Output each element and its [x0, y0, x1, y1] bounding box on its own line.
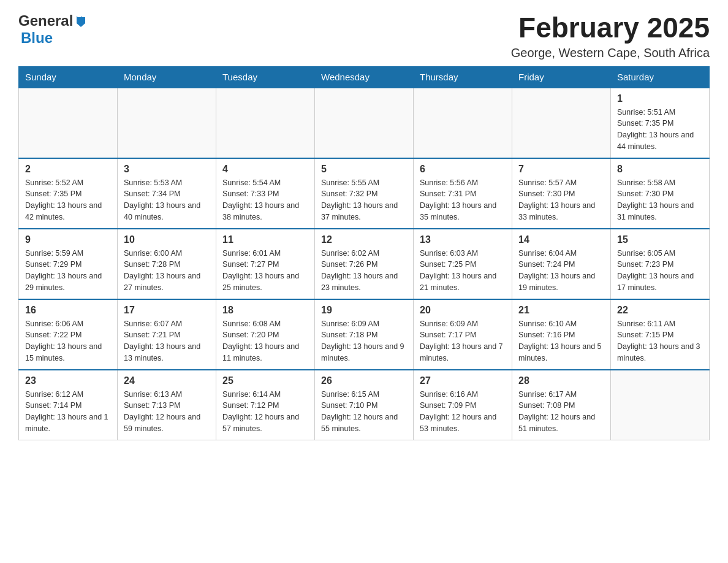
day-info: Sunrise: 6:00 AMSunset: 7:28 PMDaylight:… [124, 248, 210, 294]
calendar-day-header: Friday [512, 66, 611, 88]
calendar-cell [414, 88, 512, 158]
day-info: Sunrise: 5:58 AMSunset: 7:30 PMDaylight:… [617, 177, 703, 223]
calendar-cell: 16Sunrise: 6:06 AMSunset: 7:22 PMDayligh… [19, 299, 118, 370]
calendar-cell: 27Sunrise: 6:16 AMSunset: 7:09 PMDayligh… [414, 370, 512, 440]
day-number: 16 [25, 305, 111, 316]
month-title: February 2025 [511, 12, 710, 44]
calendar-cell: 14Sunrise: 6:04 AMSunset: 7:24 PMDayligh… [512, 229, 611, 299]
day-info: Sunrise: 6:01 AMSunset: 7:27 PMDaylight:… [222, 248, 308, 294]
calendar-cell: 9Sunrise: 5:59 AMSunset: 7:29 PMDaylight… [19, 229, 118, 299]
day-info: Sunrise: 6:16 AMSunset: 7:09 PMDaylight:… [420, 389, 506, 435]
calendar-week-row: 9Sunrise: 5:59 AMSunset: 7:29 PMDaylight… [19, 229, 710, 299]
calendar-day-header: Tuesday [216, 66, 315, 88]
day-info: Sunrise: 6:03 AMSunset: 7:25 PMDaylight:… [420, 248, 506, 294]
day-info: Sunrise: 5:56 AMSunset: 7:31 PMDaylight:… [420, 177, 506, 223]
calendar-cell [512, 88, 611, 158]
day-number: 1 [617, 93, 703, 104]
day-number: 19 [321, 305, 407, 316]
day-info: Sunrise: 6:11 AMSunset: 7:15 PMDaylight:… [617, 318, 703, 364]
calendar-week-row: 16Sunrise: 6:06 AMSunset: 7:22 PMDayligh… [19, 299, 710, 370]
day-number: 3 [124, 164, 210, 175]
day-number: 25 [222, 375, 308, 386]
calendar-cell: 28Sunrise: 6:17 AMSunset: 7:08 PMDayligh… [512, 370, 611, 440]
day-number: 17 [124, 305, 210, 316]
calendar-cell: 17Sunrise: 6:07 AMSunset: 7:21 PMDayligh… [118, 299, 216, 370]
day-number: 18 [222, 305, 308, 316]
calendar-week-row: 2Sunrise: 5:52 AMSunset: 7:35 PMDaylight… [19, 158, 710, 229]
calendar-cell [216, 88, 315, 158]
calendar-cell: 13Sunrise: 6:03 AMSunset: 7:25 PMDayligh… [414, 229, 512, 299]
day-info: Sunrise: 5:55 AMSunset: 7:32 PMDaylight:… [321, 177, 407, 223]
day-info: Sunrise: 6:09 AMSunset: 7:18 PMDaylight:… [321, 318, 407, 364]
calendar-cell: 2Sunrise: 5:52 AMSunset: 7:35 PMDaylight… [19, 158, 118, 229]
calendar-cell: 25Sunrise: 6:14 AMSunset: 7:12 PMDayligh… [216, 370, 315, 440]
calendar-day-header: Monday [118, 66, 216, 88]
day-number: 24 [124, 375, 210, 386]
calendar-day-header: Thursday [414, 66, 512, 88]
day-number: 13 [420, 234, 506, 245]
day-number: 21 [518, 305, 604, 316]
calendar-week-row: 1Sunrise: 5:51 AMSunset: 7:35 PMDaylight… [19, 88, 710, 158]
calendar-table: SundayMondayTuesdayWednesdayThursdayFrid… [18, 66, 710, 440]
logo: General Blue [18, 12, 88, 47]
day-number: 11 [222, 234, 308, 245]
day-info: Sunrise: 6:17 AMSunset: 7:08 PMDaylight:… [518, 389, 604, 435]
day-info: Sunrise: 6:07 AMSunset: 7:21 PMDaylight:… [124, 318, 210, 364]
calendar-day-header: Sunday [19, 66, 118, 88]
day-number: 8 [617, 164, 703, 175]
day-info: Sunrise: 6:14 AMSunset: 7:12 PMDaylight:… [222, 389, 308, 435]
day-number: 5 [321, 164, 407, 175]
calendar-cell: 21Sunrise: 6:10 AMSunset: 7:16 PMDayligh… [512, 299, 611, 370]
day-number: 10 [124, 234, 210, 245]
calendar-cell: 4Sunrise: 5:54 AMSunset: 7:33 PMDaylight… [216, 158, 315, 229]
day-info: Sunrise: 6:15 AMSunset: 7:10 PMDaylight:… [321, 389, 407, 435]
day-number: 12 [321, 234, 407, 245]
day-number: 2 [25, 164, 111, 175]
day-number: 15 [617, 234, 703, 245]
day-info: Sunrise: 6:06 AMSunset: 7:22 PMDaylight:… [25, 318, 111, 364]
day-info: Sunrise: 5:53 AMSunset: 7:34 PMDaylight:… [124, 177, 210, 223]
calendar-cell: 23Sunrise: 6:12 AMSunset: 7:14 PMDayligh… [19, 370, 118, 440]
day-info: Sunrise: 6:02 AMSunset: 7:26 PMDaylight:… [321, 248, 407, 294]
location-subtitle: George, Western Cape, South Africa [511, 46, 710, 60]
calendar-day-header: Wednesday [315, 66, 414, 88]
day-info: Sunrise: 5:57 AMSunset: 7:30 PMDaylight:… [518, 177, 604, 223]
day-info: Sunrise: 6:08 AMSunset: 7:20 PMDaylight:… [222, 318, 308, 364]
calendar-cell [315, 88, 414, 158]
day-number: 22 [617, 305, 703, 316]
calendar-cell: 1Sunrise: 5:51 AMSunset: 7:35 PMDaylight… [611, 88, 710, 158]
page-header: General Blue February 2025 George, Weste… [18, 12, 710, 60]
day-info: Sunrise: 6:05 AMSunset: 7:23 PMDaylight:… [617, 248, 703, 294]
calendar-cell: 12Sunrise: 6:02 AMSunset: 7:26 PMDayligh… [315, 229, 414, 299]
calendar-cell: 22Sunrise: 6:11 AMSunset: 7:15 PMDayligh… [611, 299, 710, 370]
day-info: Sunrise: 5:51 AMSunset: 7:35 PMDaylight:… [617, 107, 703, 153]
calendar-header: SundayMondayTuesdayWednesdayThursdayFrid… [19, 66, 710, 88]
calendar-header-row: SundayMondayTuesdayWednesdayThursdayFrid… [19, 66, 710, 88]
day-info: Sunrise: 6:09 AMSunset: 7:17 PMDaylight:… [420, 318, 506, 364]
calendar-cell: 11Sunrise: 6:01 AMSunset: 7:27 PMDayligh… [216, 229, 315, 299]
day-info: Sunrise: 6:04 AMSunset: 7:24 PMDaylight:… [518, 248, 604, 294]
calendar-cell [611, 370, 710, 440]
calendar-cell: 10Sunrise: 6:00 AMSunset: 7:28 PMDayligh… [118, 229, 216, 299]
logo-general-text: General [18, 12, 73, 29]
day-number: 4 [222, 164, 308, 175]
day-number: 28 [518, 375, 604, 386]
title-section: February 2025 George, Western Cape, Sout… [511, 12, 710, 60]
logo-arrow-icon [74, 15, 88, 28]
day-info: Sunrise: 6:13 AMSunset: 7:13 PMDaylight:… [124, 389, 210, 435]
calendar-cell: 15Sunrise: 6:05 AMSunset: 7:23 PMDayligh… [611, 229, 710, 299]
calendar-cell: 18Sunrise: 6:08 AMSunset: 7:20 PMDayligh… [216, 299, 315, 370]
day-number: 6 [420, 164, 506, 175]
day-info: Sunrise: 5:59 AMSunset: 7:29 PMDaylight:… [25, 248, 111, 294]
day-info: Sunrise: 5:52 AMSunset: 7:35 PMDaylight:… [25, 177, 111, 223]
day-info: Sunrise: 5:54 AMSunset: 7:33 PMDaylight:… [222, 177, 308, 223]
day-number: 20 [420, 305, 506, 316]
day-number: 27 [420, 375, 506, 386]
calendar-cell: 7Sunrise: 5:57 AMSunset: 7:30 PMDaylight… [512, 158, 611, 229]
calendar-cell: 5Sunrise: 5:55 AMSunset: 7:32 PMDaylight… [315, 158, 414, 229]
day-number: 9 [25, 234, 111, 245]
calendar-cell: 24Sunrise: 6:13 AMSunset: 7:13 PMDayligh… [118, 370, 216, 440]
day-number: 26 [321, 375, 407, 386]
calendar-cell: 3Sunrise: 5:53 AMSunset: 7:34 PMDaylight… [118, 158, 216, 229]
calendar-cell [118, 88, 216, 158]
